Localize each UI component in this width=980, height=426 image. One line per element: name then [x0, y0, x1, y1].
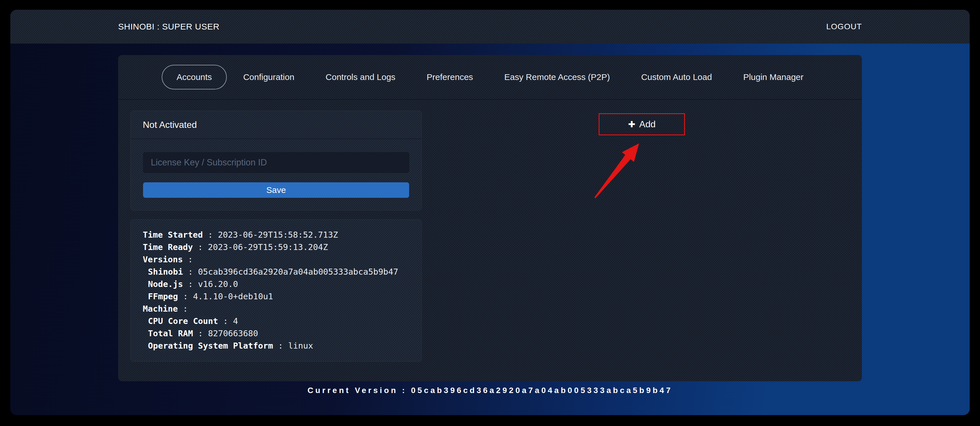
info-label: Time Ready	[143, 242, 193, 252]
info-label: Machine	[143, 304, 178, 314]
top-bar: SHINOBI : SUPER USER LOGOUT	[10, 10, 970, 44]
info-sep: :	[178, 292, 193, 301]
tab-controls-and-logs[interactable]: Controls and Logs	[311, 65, 410, 89]
info-value: v16.20.0	[198, 279, 238, 289]
info-sep: :	[203, 230, 218, 240]
info-line-os-platform: Operating System Platform : linux	[143, 340, 409, 352]
info-value: 4	[233, 316, 238, 326]
info-line-versions: Versions :	[143, 253, 409, 266]
panel-content: Not Activated Save Time Started : 2023-0…	[118, 100, 434, 372]
info-label: Operating System Platform	[148, 341, 273, 351]
footer-version-value: 05cab396cd36a2920a7a04ab005333abca5b9b47	[411, 386, 672, 395]
info-value: 4.1.10-0+deb10u1	[193, 292, 273, 301]
info-label: Total RAM	[148, 329, 193, 338]
footer-version-label: Current Version	[307, 386, 398, 395]
plus-icon: ✚	[628, 120, 635, 129]
logout-link[interactable]: LOGOUT	[826, 22, 862, 31]
tab-easy-remote-access[interactable]: Easy Remote Access (P2P)	[489, 65, 625, 89]
system-info-card: Time Started : 2023-06-29T15:58:52.713Z …	[130, 219, 422, 361]
info-line-shinobi-version: Shinobi : 05cab396cd36a2920a7a04ab005333…	[143, 266, 409, 278]
tab-custom-auto-load[interactable]: Custom Auto Load	[626, 65, 727, 89]
info-line-time-ready: Time Ready : 2023-06-29T15:59:13.204Z	[143, 241, 409, 253]
add-button-label: Add	[640, 119, 656, 130]
info-line-ffmpeg-version: FFmpeg : 4.1.10-0+deb10u1	[143, 290, 409, 303]
info-line-time-started: Time Started : 2023-06-29T15:58:52.713Z	[143, 229, 409, 241]
info-sep: :	[183, 279, 198, 289]
add-button[interactable]: ✚ Add	[599, 113, 685, 135]
license-key-input[interactable]	[143, 152, 409, 173]
tab-preferences[interactable]: Preferences	[412, 65, 488, 89]
info-line-cpu-core-count: CPU Core Count : 4	[143, 315, 409, 327]
info-sep: :	[178, 304, 188, 314]
info-sep: :	[183, 254, 193, 264]
license-card-title: Not Activated	[143, 119, 197, 130]
info-label: Node.js	[148, 279, 183, 289]
info-line-nodejs-version: Node.js : v16.20.0	[143, 278, 409, 290]
info-sep: :	[193, 329, 208, 338]
annotation-arrow-icon	[589, 139, 649, 201]
info-label: FFmpeg	[148, 292, 178, 301]
page-background: SHINOBI : SUPER USER LOGOUT Accounts Con…	[0, 0, 980, 426]
app-title: SHINOBI : SUPER USER	[118, 22, 220, 32]
footer-version: Current Version : 05cab396cd36a2920a7a04…	[118, 386, 862, 395]
info-label: Versions	[143, 254, 183, 264]
info-sep: :	[218, 316, 233, 326]
footer-version-sep: :	[398, 386, 411, 395]
info-sep: :	[273, 341, 288, 351]
info-line-machine: Machine :	[143, 303, 409, 315]
info-sep: :	[183, 267, 198, 277]
info-value: 8270663680	[208, 329, 258, 338]
license-card: Not Activated Save	[130, 111, 422, 210]
main-panel: Accounts Configuration Controls and Logs…	[118, 55, 862, 381]
license-card-body: Save	[131, 139, 422, 210]
info-value: linux	[288, 341, 313, 351]
info-label: Shinobi	[148, 267, 183, 277]
license-card-header: Not Activated	[131, 111, 422, 139]
tab-plugin-manager[interactable]: Plugin Manager	[728, 65, 818, 89]
info-sep: :	[193, 242, 208, 252]
tab-bar: Accounts Configuration Controls and Logs…	[118, 55, 862, 100]
info-value: 05cab396cd36a2920a7a04ab005333abca5b9b47	[198, 267, 398, 277]
info-label: Time Started	[143, 230, 203, 240]
info-value: 2023-06-29T15:58:52.713Z	[218, 230, 338, 240]
tab-configuration[interactable]: Configuration	[228, 65, 309, 89]
tab-accounts[interactable]: Accounts	[162, 65, 227, 89]
save-button[interactable]: Save	[143, 182, 409, 198]
info-value: 2023-06-29T15:59:13.204Z	[208, 242, 328, 252]
content-wrap: Accounts Configuration Controls and Logs…	[118, 55, 862, 395]
info-label: CPU Core Count	[148, 316, 218, 326]
app-container: SHINOBI : SUPER USER LOGOUT Accounts Con…	[10, 10, 970, 415]
top-bar-inner: SHINOBI : SUPER USER LOGOUT	[118, 22, 862, 32]
info-line-total-ram: Total RAM : 8270663680	[143, 327, 409, 340]
